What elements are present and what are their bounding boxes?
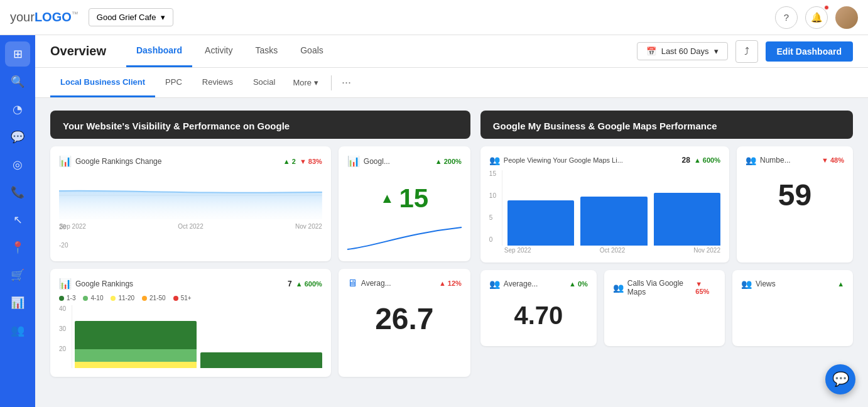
badges-row-3: 7 ▲ 600% [288,279,322,288]
sidebar-item-cart[interactable]: 🛒 [5,263,30,288]
card-title-row-3: 📊 Google Rankings [59,278,133,290]
bar-chart-container: 40 30 20 [59,305,322,368]
nav-icons: ? 🔔 [775,6,858,29]
more-label: More [293,78,312,87]
tab-tasks[interactable]: Tasks [245,35,288,67]
sidebar-item-search[interactable]: 🔍 [5,69,30,94]
card-header-4: 🖥 Averag... ▲ 12% [347,278,462,289]
badge-down: ▼ 83% [300,158,322,165]
sidebar-item-cursor[interactable]: ↖ [5,207,30,232]
right-section-cards: 👥 People Viewing Your Google Maps Li... … [480,146,853,346]
sidebar-item-location[interactable]: 📍 [5,235,30,260]
blue-bars [502,170,720,246]
left-section-cards: 📊 Google Rankings Change ▲ 2 ▼ 83% [50,146,470,377]
value-470: 4.70 [489,294,588,337]
left-section-wrapper: Your Website's Visibility & Performance … [50,111,470,377]
sidebar-item-chart[interactable]: ◔ [5,97,30,122]
tab-activity[interactable]: Activity [195,35,242,67]
badge-down-59: ▼ 48% [822,156,844,164]
legend-51plus: 51+ [173,295,192,301]
edit-dashboard-button[interactable]: Edit Dashboard [766,41,853,62]
tert-tab-reviews[interactable]: Reviews [192,68,243,97]
x-axis-labels: Sep 2022 Oct 2022 Nov 2022 [59,223,322,230]
chat-bubble-button[interactable]: 💬 [825,364,855,394]
badges-row-pv: 28 ▲ 600% [682,156,720,165]
tert-dots-button[interactable]: ··· [337,76,356,89]
dropdown-arrow: ▾ [161,13,165,22]
tab-dashboard[interactable]: Dashboard [126,35,192,67]
tert-tab-local[interactable]: Local Business Client [50,68,155,97]
tab-goals[interactable]: Goals [290,35,334,67]
legend-4-10: 4-10 [83,295,103,301]
date-filter-button[interactable]: 📅 Last 60 Days ▾ [637,42,728,60]
card-header-views: 👥 Views ▲ [741,279,844,289]
bar-chart-legend: 1-3 4-10 11-20 [59,295,322,301]
sidebar-item-users[interactable]: 👥 [5,318,30,343]
bar-chart-icon-2: 📊 [347,155,360,167]
people-icon-5: 👥 [741,279,752,289]
gmb-bar-chart: 15 10 5 0 [489,170,720,246]
card-title-row-views: 👥 Views [741,279,776,289]
card-header-3: 📊 Google Rankings 7 ▲ 600% [59,278,322,290]
line-chart: Sep 2022 Oct 2022 Nov 2022 [59,172,322,222]
sidebar-item-phone[interactable]: 📞 [5,180,30,205]
right-bottom-row: 👥 Average... ▲ 0% 4.70 👥 [480,270,853,346]
sidebar-item-comment[interactable]: 💬 [5,124,30,149]
page-title: Overview [50,44,106,58]
main-wrapper: Overview Dashboard Activity Tasks Goals … [35,35,868,407]
legend-dot-4-10 [83,296,88,301]
card-value: 15 [399,178,428,219]
big-number-value: 26.7 [347,294,462,344]
sidebar: ⊞ 🔍 ◔ 💬 ◎ 📞 ↖ 📍 🛒 📊 👥 [0,35,35,407]
pv-number: 28 [682,156,690,165]
card-title-row-pv: 👥 People Viewing Your Google Maps Li... [489,155,623,165]
tert-tab-ppc[interactable]: PPC [155,68,192,97]
sidebar-item-target[interactable]: ◎ [5,152,30,177]
user-avatar[interactable] [835,6,858,29]
left-bottom-row: 📊 Google Rankings 7 ▲ 600% [50,269,470,377]
tert-tab-more[interactable]: More ▾ [285,78,326,87]
badge-down-calls: ▼ 65% [695,280,716,295]
tertiary-nav-tabs: Local Business Client PPC Reviews Social… [50,68,356,97]
card-number: 7 [288,279,292,288]
avatar-image [835,6,858,29]
card-average: 🖥 Averag... ▲ 12% 26.7 [339,269,470,377]
card-header-59: 👥 Numbe... ▼ 48% [746,155,844,165]
business-name: Good Grief Cafe [97,13,156,22]
share-button[interactable]: ⤴ [735,40,758,63]
legend-dot-1-3 [59,296,64,301]
logo: yourLOGO™ [10,10,79,24]
people-icon-3: 👥 [489,279,500,289]
business-dropdown[interactable]: Good Grief Cafe ▾ [89,8,174,26]
tert-tab-social[interactable]: Social [243,68,285,97]
card-google-rankings: 📊 Google Rankings 7 ▲ 600% [50,269,331,377]
y-axis-gmb: 15 10 5 0 [489,170,502,246]
bar-light-green [75,349,197,362]
badges-row: ▲ 2 ▼ 83% [283,158,322,165]
help-button[interactable]: ? [775,6,798,29]
tert-divider [331,75,332,90]
chat-icon: 💬 [832,371,849,388]
left-section-header: Your Website's Visibility & Performance … [50,111,470,139]
card-average-right: 👥 Average... ▲ 0% 4.70 [480,270,597,346]
card-header: 📊 Google Rankings Change ▲ 2 ▼ 83% [59,155,322,167]
people-icon: 👥 [489,155,500,165]
left-top-row: 📊 Google Rankings Change ▲ 2 ▼ 83% [50,146,470,261]
sidebar-item-analytics[interactable]: 📊 [5,290,30,315]
card-header-calls: 👥 Calls Via Google Maps ▼ 65% [613,279,716,296]
bar-dark-green-2 [200,352,322,368]
sidebar-item-grid[interactable]: ⊞ [5,41,30,67]
secondary-nav-tabs: Dashboard Activity Tasks Goals [126,35,637,67]
card-google-rankings-change: 📊 Google Rankings Change ▲ 2 ▼ 83% [50,146,331,261]
date-filter-label: Last 60 Days [661,46,709,56]
blue-bar-2 [580,197,647,246]
badge-up-avg: ▲ 0% [569,280,588,288]
date-filter-arrow: ▾ [714,46,719,56]
bars [72,305,322,368]
people-icon-4: 👥 [613,283,624,293]
up-arrow-icon: ▲ [381,190,394,207]
card-header-pv: 👥 People Viewing Your Google Maps Li... … [489,155,720,165]
badge-up: ▲ 2 [283,158,296,165]
legend-dot-21-50 [142,296,147,301]
help-icon: ? [784,12,789,23]
